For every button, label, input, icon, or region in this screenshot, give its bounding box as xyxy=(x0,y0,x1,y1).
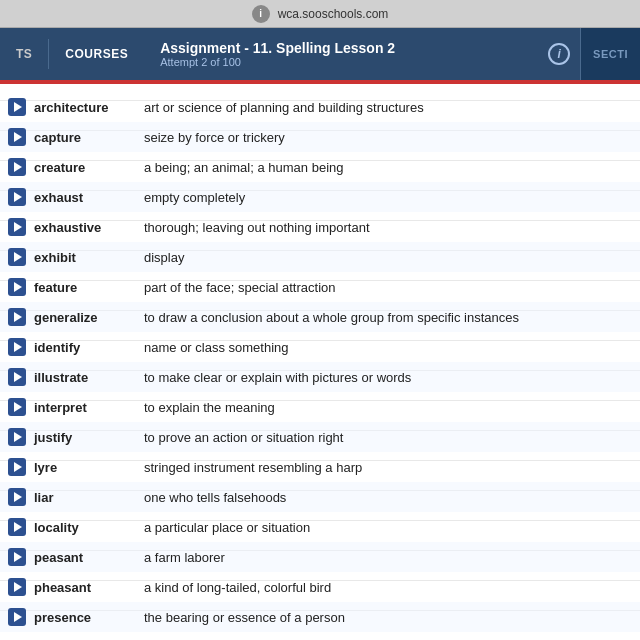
header-nav: TS COURSES xyxy=(0,28,144,80)
definition-text: to draw a conclusion about a whole group… xyxy=(144,310,632,325)
play-button[interactable] xyxy=(8,428,26,446)
table-row: exhaustempty completely xyxy=(0,182,640,212)
table-row: creaturea being; an animal; a human bein… xyxy=(0,152,640,182)
word-list: architectureart or science of planning a… xyxy=(0,84,640,640)
word-label: exhibit xyxy=(34,250,144,265)
table-row: featurepart of the face; special attract… xyxy=(0,272,640,302)
definition-text: a kind of long-tailed, colorful bird xyxy=(144,580,632,595)
word-label: feature xyxy=(34,280,144,295)
word-label: lyre xyxy=(34,460,144,475)
play-button[interactable] xyxy=(8,608,26,626)
play-button[interactable] xyxy=(8,98,26,116)
play-button[interactable] xyxy=(8,248,26,266)
word-label: presence xyxy=(34,610,144,625)
play-button[interactable] xyxy=(8,368,26,386)
url-bar[interactable]: wca.sooschools.com xyxy=(278,7,389,21)
definition-text: the bearing or essence of a person xyxy=(144,610,632,625)
word-label: identify xyxy=(34,340,144,355)
play-button[interactable] xyxy=(8,398,26,416)
app-header: TS COURSES Assignment - 11. Spelling Les… xyxy=(0,28,640,80)
word-label: liar xyxy=(34,490,144,505)
play-button[interactable] xyxy=(8,578,26,596)
assignment-title: Assignment - 11. Spelling Lesson 2 xyxy=(160,40,532,56)
play-button[interactable] xyxy=(8,338,26,356)
definition-text: stringed instrument resembling a harp xyxy=(144,460,632,475)
word-label: generalize xyxy=(34,310,144,325)
table-row: liarone who tells falsehoods xyxy=(0,482,640,512)
play-button[interactable] xyxy=(8,548,26,566)
word-label: locality xyxy=(34,520,144,535)
word-label: architecture xyxy=(34,100,144,115)
word-label: justify xyxy=(34,430,144,445)
info-icon[interactable]: i xyxy=(548,43,570,65)
definition-text: name or class something xyxy=(144,340,632,355)
table-row: identifyname or class something xyxy=(0,332,640,362)
play-button[interactable] xyxy=(8,158,26,176)
table-row: illustrateto make clear or explain with … xyxy=(0,362,640,392)
word-label: pheasant xyxy=(34,580,144,595)
play-button[interactable] xyxy=(8,458,26,476)
table-row: presencethe bearing or essence of a pers… xyxy=(0,602,640,632)
nav-item-ts[interactable]: TS xyxy=(0,28,48,80)
table-row: lyrestringed instrument resembling a har… xyxy=(0,452,640,482)
play-button[interactable] xyxy=(8,308,26,326)
definition-text: a farm laborer xyxy=(144,550,632,565)
definition-text: thorough; leaving out nothing important xyxy=(144,220,632,235)
table-row: generalizeto draw a conclusion about a w… xyxy=(0,302,640,332)
play-button[interactable] xyxy=(8,218,26,236)
definition-text: display xyxy=(144,250,632,265)
play-button[interactable] xyxy=(8,128,26,146)
browser-bar: i wca.sooschools.com xyxy=(0,0,640,28)
word-label: interpret xyxy=(34,400,144,415)
word-label: peasant xyxy=(34,550,144,565)
table-row: architectureart or science of planning a… xyxy=(0,92,640,122)
nav-item-courses[interactable]: COURSES xyxy=(49,28,144,80)
definition-text: one who tells falsehoods xyxy=(144,490,632,505)
word-label: illustrate xyxy=(34,370,144,385)
table-row: exhaustivethorough; leaving out nothing … xyxy=(0,212,640,242)
table-row: pheasanta kind of long-tailed, colorful … xyxy=(0,572,640,602)
play-button[interactable] xyxy=(8,188,26,206)
definition-text: empty completely xyxy=(144,190,632,205)
table-row: captureseize by force or trickery xyxy=(0,122,640,152)
table-row: localitya particular place or situation xyxy=(0,512,640,542)
definition-text: part of the face; special attraction xyxy=(144,280,632,295)
table-row: justifyto prove an action or situation r… xyxy=(0,422,640,452)
definition-text: to prove an action or situation right xyxy=(144,430,632,445)
table-row: peasanta farm laborer xyxy=(0,542,640,572)
assignment-attempt: Attempt 2 of 100 xyxy=(160,56,532,68)
definition-text: a particular place or situation xyxy=(144,520,632,535)
play-button[interactable] xyxy=(8,518,26,536)
definition-text: to make clear or explain with pictures o… xyxy=(144,370,632,385)
definition-text: a being; an animal; a human being xyxy=(144,160,632,175)
table-row: exhibitdisplay xyxy=(0,242,640,272)
definition-text: to explain the meaning xyxy=(144,400,632,415)
browser-icon: i xyxy=(252,5,270,23)
word-label: creature xyxy=(34,160,144,175)
play-button[interactable] xyxy=(8,488,26,506)
definition-text: art or science of planning and building … xyxy=(144,100,632,115)
word-label: exhaustive xyxy=(34,220,144,235)
table-row: interpretto explain the meaning xyxy=(0,392,640,422)
definition-text: seize by force or trickery xyxy=(144,130,632,145)
play-button[interactable] xyxy=(8,278,26,296)
word-label: exhaust xyxy=(34,190,144,205)
word-label: capture xyxy=(34,130,144,145)
section-button[interactable]: SECTI xyxy=(580,28,640,80)
assignment-info: Assignment - 11. Spelling Lesson 2 Attem… xyxy=(144,40,548,68)
